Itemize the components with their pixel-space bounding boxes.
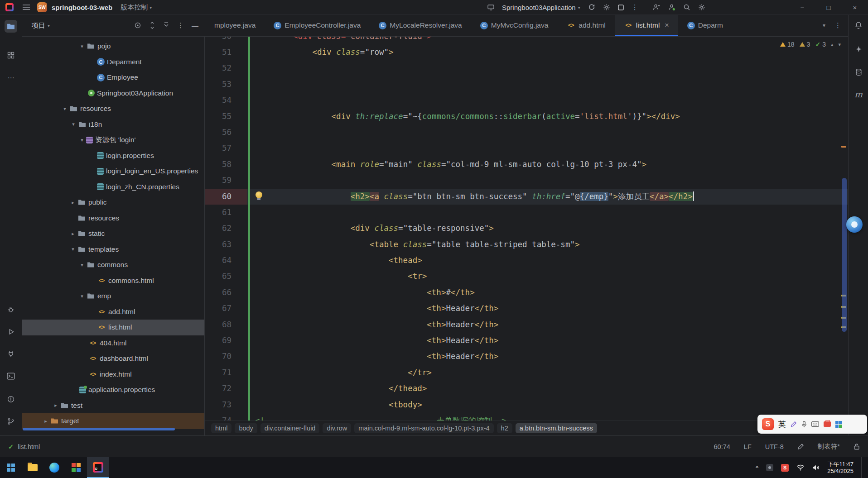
- code-line-72[interactable]: 72 </thead>: [205, 381, 848, 397]
- sogou-ime-bar[interactable]: S 英: [757, 415, 867, 434]
- code-line-66[interactable]: 66 <th>#</th>: [205, 285, 848, 301]
- chevron-open-icon[interactable]: ▾: [78, 293, 86, 299]
- next-problem-icon[interactable]: ▾: [838, 42, 841, 48]
- notifications-bell-icon[interactable]: [852, 19, 865, 32]
- project-name[interactable]: springboot-03-web: [52, 4, 112, 11]
- sogou-tray-icon[interactable]: S: [781, 464, 789, 472]
- indent-style[interactable]: 制表符*: [818, 442, 840, 451]
- problems-tool-icon[interactable]: [5, 393, 17, 406]
- close-button[interactable]: ×: [842, 4, 868, 11]
- chevron-closed-icon[interactable]: ▸: [52, 402, 60, 408]
- run-config-selector[interactable]: Springboot03Application ▾: [502, 4, 580, 11]
- tray-app-icon[interactable]: [766, 464, 773, 471]
- tree-item-application-properties[interactable]: application.properties: [22, 382, 204, 398]
- volume-icon[interactable]: [812, 464, 820, 471]
- chevron-open-icon[interactable]: ▾: [78, 262, 86, 268]
- line-separator[interactable]: LF: [744, 443, 752, 450]
- vertical-scrollbar[interactable]: [842, 178, 847, 332]
- breadcrumb-item-body[interactable]: body: [235, 423, 257, 433]
- code-line-53[interactable]: 53: [205, 76, 848, 92]
- tree-item-commons-html[interactable]: <>commons.html: [22, 273, 204, 289]
- chevron-open-icon[interactable]: ▾: [61, 106, 69, 112]
- chevron-open-icon[interactable]: ▾: [69, 121, 77, 127]
- start-button[interactable]: [0, 457, 22, 478]
- ai-assistant-icon[interactable]: [852, 43, 865, 55]
- tree-item-resources[interactable]: ▾resources: [22, 101, 204, 117]
- maven-icon[interactable]: m: [852, 88, 865, 100]
- tree-item-add-html[interactable]: <>add.html: [22, 304, 204, 320]
- app-grid-button[interactable]: [65, 457, 87, 478]
- locate-file-icon[interactable]: [134, 22, 141, 29]
- project-panel-title[interactable]: 项目 ▾: [32, 21, 50, 30]
- add-user-icon[interactable]: [652, 4, 660, 11]
- tree-item-target[interactable]: ▸target: [22, 413, 204, 429]
- run-settings-gear-icon[interactable]: [603, 4, 610, 11]
- project-tool-icon[interactable]: [5, 20, 17, 33]
- search-icon[interactable]: [683, 4, 690, 11]
- version-control-tool-icon[interactable]: [5, 415, 17, 428]
- code-line-69[interactable]: 69 <th>Header</th>: [205, 333, 848, 349]
- panel-options-icon[interactable]: ⋮: [177, 21, 184, 29]
- tree-item-pojo[interactable]: ▾pojo: [22, 38, 204, 54]
- show-desktop-button[interactable]: [861, 457, 864, 478]
- tree-item-emp[interactable]: ▾emp: [22, 288, 204, 304]
- code-line-74[interactable]: 74<!-- 表单数据的控制-->: [205, 413, 848, 421]
- structure-tool-icon[interactable]: [5, 49, 17, 62]
- tree-item-list-html[interactable]: <>list.html: [22, 320, 204, 335]
- code-line-51[interactable]: 51 <div class="row">: [205, 44, 848, 60]
- tree-item-test[interactable]: ▸test: [22, 398, 204, 414]
- prev-problem-icon[interactable]: ▴: [831, 42, 834, 48]
- main-menu-icon[interactable]: [23, 5, 30, 10]
- tree-item-resources[interactable]: resources: [22, 210, 204, 226]
- tree-item-login-login-en-us-properties[interactable]: login_login_en_US.properties: [22, 163, 204, 179]
- vcs-widget[interactable]: 版本控制 ▾: [121, 3, 152, 12]
- chevron-closed-icon[interactable]: ▸: [42, 418, 50, 424]
- ime-pen-icon[interactable]: [791, 421, 797, 427]
- terminal-tool-icon[interactable]: [5, 370, 17, 382]
- code-line-59[interactable]: 59: [205, 172, 848, 188]
- code-line-68[interactable]: 68 <th>Header</th>: [205, 317, 848, 333]
- status-file-name[interactable]: list.html: [18, 443, 40, 450]
- code-line-56[interactable]: 56: [205, 124, 848, 140]
- code-editor[interactable]: 50 <div class="container-fluid">51 <div …: [205, 36, 848, 421]
- tree-item-public[interactable]: ▸public: [22, 195, 204, 210]
- hide-panel-icon[interactable]: —: [192, 22, 198, 29]
- tab-list-chevron-icon[interactable]: ▾: [823, 22, 825, 29]
- endpoints-tool-icon[interactable]: [5, 348, 17, 360]
- chevron-closed-icon[interactable]: ▸: [69, 200, 77, 206]
- database-icon[interactable]: [852, 66, 865, 78]
- code-line-64[interactable]: 64 <thead>: [205, 253, 848, 268]
- lock-icon[interactable]: [854, 443, 860, 450]
- code-line-73[interactable]: 73 <tbody>: [205, 397, 848, 413]
- editor-tab-list-html[interactable]: <>list.html×: [615, 14, 678, 36]
- stop-icon[interactable]: [618, 5, 624, 10]
- pen-icon[interactable]: [797, 443, 804, 450]
- tree-item-login[interactable]: ▾资源包 'login': [22, 132, 204, 148]
- file-explorer-button[interactable]: [22, 457, 43, 478]
- breadcrumb-item-div-container-fluid[interactable]: div.container-fluid: [260, 423, 320, 433]
- minimize-button[interactable]: −: [789, 4, 815, 11]
- rerun-icon[interactable]: [588, 4, 595, 11]
- intellij-taskbar-button[interactable]: IJ: [87, 457, 109, 478]
- chevron-open-icon[interactable]: ▾: [78, 43, 86, 49]
- ime-toolbox-icon[interactable]: [824, 421, 831, 427]
- code-line-70[interactable]: 70 <th>Header</th>: [205, 349, 848, 364]
- close-tab-icon[interactable]: ×: [665, 21, 669, 29]
- code-line-52[interactable]: 52: [205, 60, 848, 76]
- editor-tab-mymvcconfig-java[interactable]: CMyMvcConfig.java: [471, 14, 558, 36]
- wifi-icon[interactable]: [796, 464, 805, 471]
- code-line-57[interactable]: 57: [205, 140, 848, 156]
- ime-mic-icon[interactable]: [801, 421, 807, 428]
- chevron-open-icon[interactable]: ▾: [69, 246, 77, 252]
- tree-item-index-html[interactable]: <>index.html: [22, 367, 204, 382]
- code-line-71[interactable]: 71 </tr>: [205, 365, 848, 381]
- maximize-button[interactable]: □: [815, 4, 842, 11]
- breadcrumb-item-html[interactable]: html: [211, 423, 231, 433]
- intention-bulb-icon[interactable]: [256, 191, 262, 198]
- more-tools-icon[interactable]: ⋯: [5, 72, 17, 84]
- chevron-open-icon[interactable]: ▾: [78, 137, 86, 143]
- code-line-60[interactable]: 60 <h2><a class="btn btn-sm btn-success"…: [205, 189, 848, 205]
- tree-item-deparment[interactable]: CDeparment: [22, 54, 204, 70]
- code-line-58[interactable]: 58 <main role="main" class="col-md-9 ml-…: [205, 157, 848, 172]
- code-line-55[interactable]: 55 <div th:replace="~{commons/commons::s…: [205, 109, 848, 124]
